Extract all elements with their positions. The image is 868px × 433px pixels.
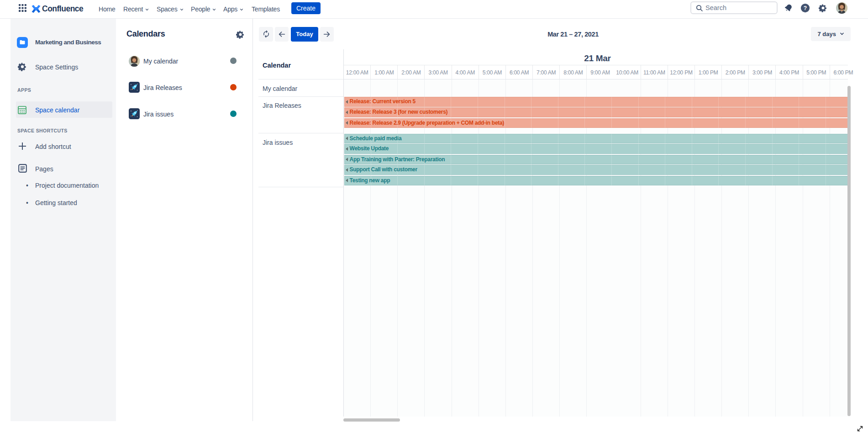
svg-text:?: ?: [804, 5, 807, 11]
